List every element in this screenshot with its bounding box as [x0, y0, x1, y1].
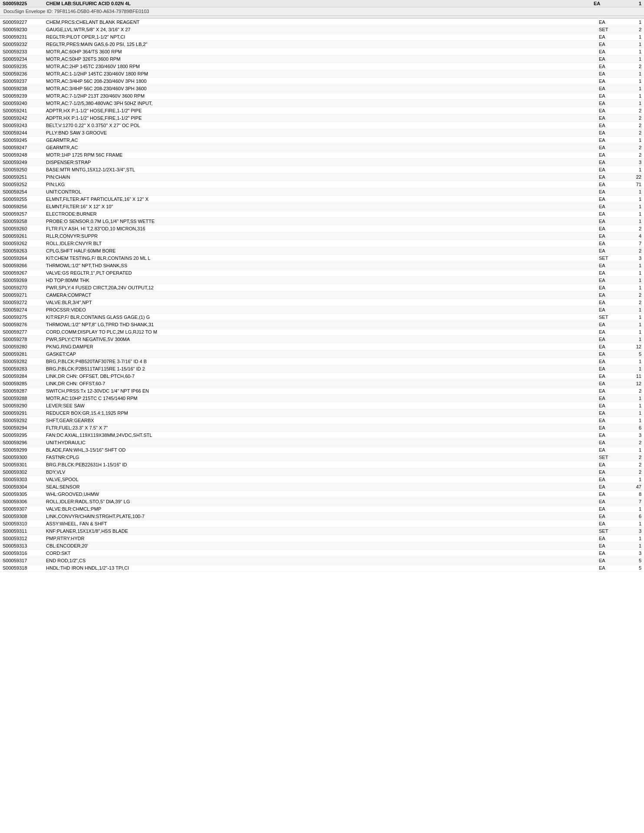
cell-qty: 2	[622, 299, 644, 306]
table-row: S00059240MOTR,AC:7-1/2/5,380-480VAC 3PH …	[0, 100, 644, 107]
table-row: S00059302BDY,VLVEA2	[0, 469, 644, 476]
cell-qty: 47	[622, 483, 644, 491]
cell-description: CPLG,SHFT HALF:60MM BORE	[43, 247, 596, 255]
cell-qty: 12	[622, 343, 644, 351]
cell-description: ROLL,IDLER:CNVYR BLT	[43, 240, 596, 247]
cell-qty: 2	[622, 247, 644, 255]
cell-item: S00059290	[0, 402, 43, 410]
cell-description: PLLY:BND SAW 3 GROOVE	[43, 129, 596, 137]
cell-item: S00059261	[0, 233, 43, 240]
table-row: S00059282BRG,P.BLCK:P4B520TAF307RE 3-7/1…	[0, 358, 644, 365]
cell-uom: EA	[596, 564, 622, 572]
cell-description: UNIT:CONTROL	[43, 188, 596, 196]
cell-description: BRG,P.BLCK:P2B511TAF115RE 1-15/16" ID 2	[43, 365, 596, 373]
cell-uom: EA	[596, 174, 622, 181]
cell-qty: 5	[622, 351, 644, 358]
cell-description: KIT:REP,F/ BLR,CONTAINS GLASS GAGE,(1) G	[43, 314, 596, 321]
table-row: S00059295FAN:DC AXIAL,119X119X38MM,24VDC…	[0, 432, 644, 439]
cell-item: S00059301	[0, 461, 43, 469]
cell-uom: EA	[596, 210, 622, 218]
cell-qty: 22	[622, 174, 644, 181]
cell-qty: 2	[622, 144, 644, 151]
cell-description: REDUCER BOX:GR,15.4:1,1925 RPM	[43, 410, 596, 417]
cell-description: VALVE:BLR,3/4",NPT	[43, 299, 596, 306]
cell-item: S00059302	[0, 469, 43, 476]
cell-item: S00059307	[0, 505, 43, 513]
cell-item: S00059284	[0, 373, 43, 380]
cell-item: S00059241	[0, 107, 43, 115]
cell-qty: 1	[622, 542, 644, 550]
cell-description: MOTR,AC:50HP 326TS 3600 RPM	[43, 56, 596, 63]
cell-item: S00059275	[0, 314, 43, 321]
table-row: S00059260FLTR:FLY ASH, HI T,2.83"OD,10 M…	[0, 225, 644, 233]
table-row: S00059270PWR,SPLY:4 FUSED CIRCT,20A,24V …	[0, 284, 644, 292]
cell-uom: EA	[596, 461, 622, 469]
cell-qty: 1	[622, 284, 644, 292]
cell-qty: 1	[622, 395, 644, 402]
cell-item: S00059237	[0, 78, 43, 85]
cell-qty: 1	[622, 476, 644, 483]
cell-qty: 1	[622, 218, 644, 225]
cell-qty: 3	[622, 550, 644, 557]
cell-qty: 1	[622, 417, 644, 424]
cell-qty: 1	[622, 277, 644, 284]
table-row: S00059271CAMERA:COMPACTEA2	[0, 292, 644, 299]
table-row: S00059305WHL:GROOVED,UHMWEA8	[0, 491, 644, 498]
cell-item: S00059304	[0, 483, 43, 491]
cell-item: S00059250	[0, 166, 43, 174]
cell-description: UNIT:HYDRAULIC	[43, 439, 596, 446]
table-row: S00059307VALVE:BLR:CHMCL:PMPEA1	[0, 505, 644, 513]
cell-uom: EA	[596, 144, 622, 151]
cell-uom: EA	[596, 520, 622, 528]
cell-qty: 2	[622, 225, 644, 233]
cell-description: CORD,COMM:DISPLAY TO PLC,2M LG,RJ12 TO M	[43, 328, 596, 336]
cell-uom: EA	[596, 233, 622, 240]
cell-uom: EA	[596, 137, 622, 144]
table-row: S00059276THRMOWL:1/2" NPT,8" LG,TPRD THD…	[0, 321, 644, 328]
cell-item: S00059291	[0, 410, 43, 417]
header-uom: EA	[594, 1, 620, 6]
cell-description: GEARMTR,AC	[43, 137, 596, 144]
table-row: S00059243BELT,V:1270 0.22" X 0.3750" X 2…	[0, 122, 644, 129]
table-row: S00059272VALVE:BLR,3/4",NPTEA2	[0, 299, 644, 306]
cell-description: PWR,SPLY:4 FUSED CIRCT,20A,24V OUTPUT,12	[43, 284, 596, 292]
cell-description: ASSY:WHEEL, FAN & SHFT	[43, 520, 596, 528]
cell-description: KNF:PLANER,15X1X1/8",HSS BLADE	[43, 528, 596, 535]
cell-item: S00059255	[0, 196, 43, 203]
cell-qty: 1	[622, 70, 644, 78]
cell-qty: 1	[622, 336, 644, 343]
cell-description: KIT:CHEM TESTING,F/ BLR,CONTAINS 20 ML L	[43, 255, 596, 262]
cell-qty: 1	[622, 100, 644, 107]
table-row: S00059280PKNG,RNG:DAMPEREA12	[0, 343, 644, 351]
cell-qty: 2	[622, 115, 644, 122]
cell-qty: 1	[622, 41, 644, 48]
cell-qty: 6	[622, 424, 644, 432]
cell-description: MOTR,AC:2HP 145TC 230/460V 1800 RPM	[43, 63, 596, 70]
cell-uom: SET	[596, 26, 622, 33]
table-row: S00059287SWITCH,PRSS:Tx 12-30VDC 1/4" NP…	[0, 387, 644, 395]
cell-qty: 2	[622, 107, 644, 115]
cell-uom: EA	[596, 351, 622, 358]
cell-item: S00059242	[0, 115, 43, 122]
cell-description: RLLR,CONVYR:SUPPR	[43, 233, 596, 240]
table-row: S00059257ELECTRODE:BURNEREA1	[0, 210, 644, 218]
cell-qty: 1	[622, 78, 644, 85]
cell-item: S00059256	[0, 203, 43, 210]
cell-description: CAMERA:COMPACT	[43, 292, 596, 299]
table-row: S00059274PROCSSR:VIDEOEA1	[0, 306, 644, 314]
cell-item: S00059294	[0, 424, 43, 432]
cell-item: S00059282	[0, 358, 43, 365]
cell-qty: 2	[622, 151, 644, 159]
cell-description: GAUGE,LVL:WTR,5/8" X 24, 3/16" X 27	[43, 26, 596, 33]
items-table: S00059227CHEM,PRCS:CHELANT BLANK REAGENT…	[0, 16, 644, 572]
cell-qty: 4	[622, 233, 644, 240]
cell-uom: EA	[596, 550, 622, 557]
cell-qty: 2	[622, 129, 644, 137]
cell-item: S00059232	[0, 41, 43, 48]
cell-qty: 1	[622, 85, 644, 92]
table-row: S00059255ELMNT,FILTER:AFT PARTICULATE,16…	[0, 196, 644, 203]
cell-item: S00059231	[0, 33, 43, 41]
cell-item: S00059283	[0, 365, 43, 373]
table-row: S00059312PMP,RTRY:HYDREA1	[0, 535, 644, 542]
table-row: S00059230GAUGE,LVL:WTR,5/8" X 24, 3/16" …	[0, 26, 644, 33]
